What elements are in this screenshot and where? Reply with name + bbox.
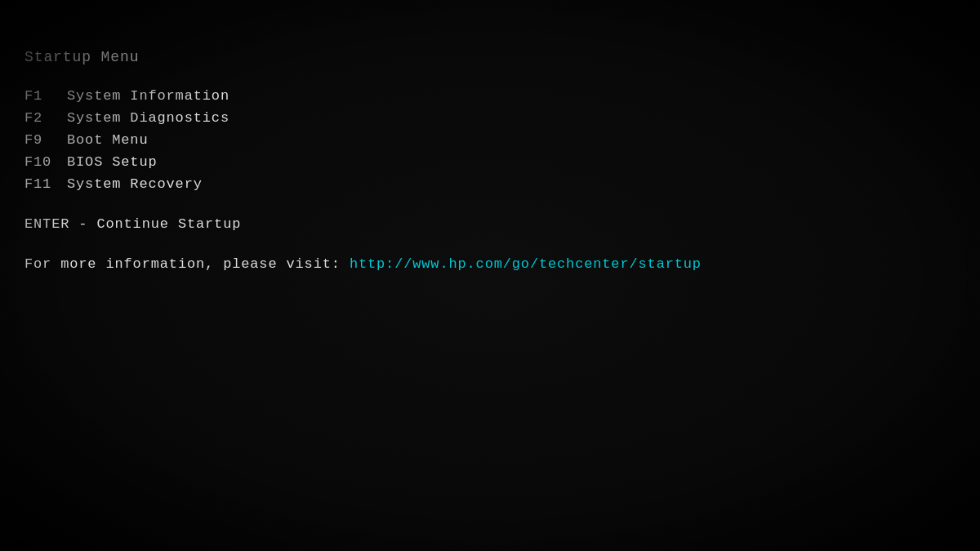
- menu-item-f2[interactable]: F2 System Diagnostics: [24, 110, 702, 126]
- menu-item-f11[interactable]: F11 System Recovery: [24, 176, 702, 192]
- label-f9: Boot Menu: [67, 132, 148, 148]
- key-f2: F2: [24, 110, 67, 126]
- bios-content: Startup Menu F1 System Information F2 Sy…: [24, 49, 702, 272]
- info-url[interactable]: http://www.hp.com/go/techcenter/startup: [350, 256, 702, 272]
- label-f10: BIOS Setup: [67, 154, 158, 170]
- key-f1: F1: [24, 88, 67, 104]
- info-line: For more information, please visit: http…: [24, 256, 702, 272]
- key-f10: F10: [24, 154, 67, 170]
- enter-continue-line[interactable]: ENTER - Continue Startup: [24, 216, 702, 232]
- key-f9: F9: [24, 132, 67, 148]
- key-f11: F11: [24, 176, 67, 192]
- menu-item-f1[interactable]: F1 System Information: [24, 88, 702, 104]
- menu-item-f9[interactable]: F9 Boot Menu: [24, 132, 702, 148]
- label-f1: System Information: [67, 88, 229, 104]
- bios-screen: Startup Menu F1 System Information F2 Sy…: [0, 0, 980, 551]
- startup-menu-title: Startup Menu: [24, 49, 702, 65]
- info-prefix: For more information, please visit:: [24, 256, 341, 272]
- label-f2: System Diagnostics: [67, 110, 229, 126]
- menu-item-f10[interactable]: F10 BIOS Setup: [24, 154, 702, 170]
- label-f11: System Recovery: [67, 176, 203, 192]
- menu-list: F1 System Information F2 System Diagnost…: [24, 88, 702, 192]
